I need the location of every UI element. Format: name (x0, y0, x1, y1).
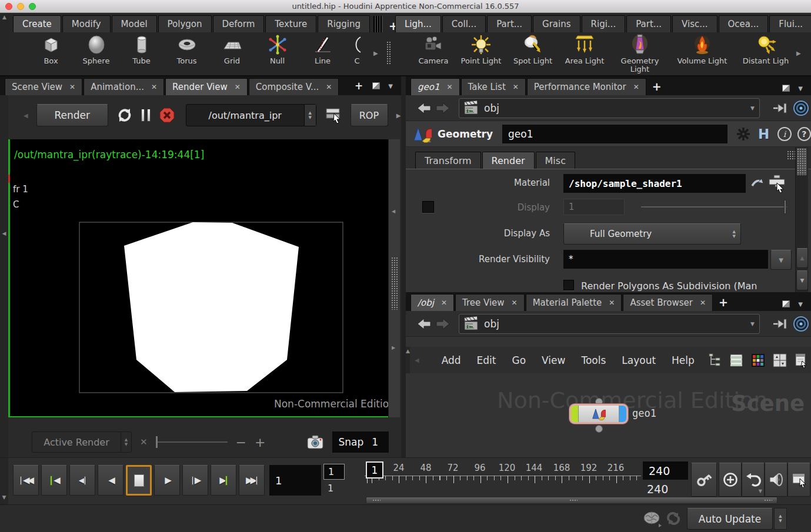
step-back-button[interactable]: ◀ (69, 465, 95, 496)
houdini-logo-icon[interactable]: H (758, 126, 769, 142)
display-slider[interactable] (641, 199, 787, 215)
shelf-tab-rigging[interactable]: Rigging (318, 15, 370, 32)
tool-sphere[interactable]: Sphere (74, 32, 119, 73)
range-grip-right[interactable] (764, 499, 772, 502)
tab-tree-view[interactable]: Tree View✕ (455, 294, 525, 311)
tool-point-light[interactable]: Point Light (455, 32, 507, 73)
step-forward-button[interactable]: ▶ (182, 465, 208, 496)
param-path-dropdown[interactable]: obj ▼ (459, 98, 760, 118)
rop-button[interactable]: ROP (351, 104, 388, 126)
shelf-tab-collisions[interactable]: Coll... (442, 15, 486, 32)
shelf-tab-model[interactable]: Model (112, 15, 157, 32)
shelf-overflow-arrow-right[interactable]: ▶ (796, 50, 801, 56)
path-dropdown-arrow[interactable]: ▼ (750, 321, 755, 327)
folder-tab-transform[interactable]: Transform (415, 152, 481, 169)
shelf-tab-particles[interactable]: Part... (487, 15, 532, 32)
tool-area-light[interactable]: Area Light (559, 32, 610, 73)
display-input[interactable]: 1 (563, 199, 625, 215)
forward-arrow-icon[interactable] (435, 317, 450, 331)
color-palette-icon[interactable] (751, 353, 765, 367)
ipr-refresh-icon[interactable] (116, 107, 133, 123)
add-pane-tab-button[interactable]: + (351, 80, 366, 92)
memory-brain-icon[interactable] (642, 510, 663, 527)
pane-menu-arrow[interactable]: ▼ (796, 301, 805, 307)
tool-box[interactable]: Box (28, 32, 74, 73)
render-button[interactable]: Render (36, 104, 108, 126)
folder-tab-misc[interactable]: Misc (536, 152, 575, 169)
toolbar-right-arrow[interactable]: ▶ (396, 112, 401, 119)
tab-material-palette[interactable]: Material Palette✕ (526, 294, 622, 311)
shelf-tab-modify[interactable]: Modify (62, 15, 111, 32)
go-to-start-button[interactable]: ◀◀ (13, 465, 39, 496)
menu-tools[interactable]: Tools (581, 354, 606, 366)
shelf-tab-fluids[interactable]: Flui... (769, 15, 811, 32)
forward-arrow-icon[interactable] (435, 101, 450, 115)
close-icon[interactable]: ✕ (446, 83, 452, 91)
tab-asset-browser[interactable]: Asset Browser✕ (623, 294, 713, 311)
render-gamma-slider[interactable] (156, 435, 228, 449)
pin-icon[interactable] (773, 317, 788, 330)
update-mode-spinner[interactable]: ▲▼ (774, 508, 787, 530)
refresh-dimmed-icon[interactable] (665, 510, 682, 527)
shelf-tab-grains[interactable]: Grains (533, 15, 580, 32)
scroll-up-button[interactable]: ▲ (796, 248, 808, 268)
menu-go[interactable]: Go (512, 354, 526, 366)
node-body[interactable] (579, 406, 619, 422)
range-grip-center[interactable] (569, 499, 578, 502)
scroll-down-icon[interactable]: ▶ (392, 345, 395, 350)
prev-keyframe-button[interactable]: ◀ (41, 465, 67, 496)
tool-torus[interactable]: Torus (164, 32, 209, 73)
node-render-flag[interactable] (619, 406, 626, 422)
close-icon[interactable]: ✕ (69, 83, 75, 91)
network-canvas[interactable]: Non-Commercial Edition Scene geo1 (406, 373, 811, 457)
pane-menu-arrow[interactable]: ▼ (796, 85, 805, 92)
folder-tab-render[interactable]: Render (482, 152, 535, 169)
clear-render-icon[interactable]: ✕ (140, 437, 148, 447)
current-frame-field[interactable]: 1 (269, 465, 321, 496)
shelf-tab-particlefluids[interactable]: Part... (626, 15, 671, 32)
close-window-button[interactable] (5, 3, 12, 10)
menu-add[interactable]: Add (442, 354, 461, 366)
shelf-tab-oceans[interactable]: Ocea... (719, 15, 769, 32)
tool-distant-light[interactable]: Distant Ligh (735, 32, 796, 73)
node-geo1[interactable] (569, 404, 628, 424)
tab-performance-monitor[interactable]: Performance Monitor✕ (527, 78, 646, 95)
close-icon[interactable]: ✕ (633, 83, 639, 91)
choose-operator-icon[interactable] (767, 174, 787, 193)
main-left-edge[interactable]: ◀ (0, 95, 8, 457)
shelf-tab-texture[interactable]: Texture (265, 15, 316, 32)
maximize-pane-icon[interactable] (782, 85, 790, 92)
geometry-node-icon[interactable] (413, 125, 432, 143)
rop-path-dropdown[interactable]: /out/mantra_ipr ▲▼ (186, 104, 316, 126)
viewport-scrollbar[interactable]: ◀ ▶ (388, 139, 400, 417)
minimize-window-button[interactable] (17, 3, 24, 10)
pin-icon[interactable] (773, 102, 788, 115)
realtime-toggle-button[interactable] (719, 463, 742, 497)
playbar-edge[interactable]: ▼ (0, 458, 8, 505)
close-icon[interactable]: ✕ (513, 83, 519, 91)
zoom-window-button[interactable] (29, 3, 36, 10)
tab-geo1-parameters[interactable]: geo1✕ (410, 78, 460, 95)
auto-key-button[interactable] (691, 463, 717, 497)
maximize-pane-icon[interactable] (782, 300, 790, 307)
tab-animation-editor[interactable]: Animation...✕ (84, 78, 164, 95)
shelf-grip[interactable] (373, 16, 383, 32)
pane-divider[interactable] (401, 76, 406, 457)
menu-layout[interactable]: Layout (622, 354, 656, 366)
playhead[interactable]: 1 (366, 461, 383, 479)
shelf-tab-create[interactable]: Create (13, 15, 61, 32)
render-mode-spinner[interactable]: ▲▼ (121, 432, 131, 452)
node-name-input[interactable]: geo1 (502, 125, 727, 143)
render-mode-dropdown[interactable]: Active Render ▲▼ (32, 431, 132, 453)
close-icon[interactable]: ✕ (151, 83, 157, 91)
tool-tube[interactable]: Tube (119, 32, 164, 73)
tab-take-list[interactable]: Take List✕ (461, 78, 526, 95)
zoom-in-icon[interactable]: + (255, 435, 265, 450)
back-arrow-icon[interactable] (416, 101, 432, 115)
shelf-overflow-arrow-left[interactable]: ▶ (373, 50, 378, 56)
close-icon[interactable]: ✕ (326, 83, 332, 91)
jump-to-operator-icon[interactable] (750, 176, 765, 189)
go-to-end-button[interactable]: ▶▶ (239, 465, 265, 496)
menubar-left-arrow[interactable]: ◀ (415, 357, 419, 363)
tool-curve[interactable]: C (345, 32, 369, 73)
